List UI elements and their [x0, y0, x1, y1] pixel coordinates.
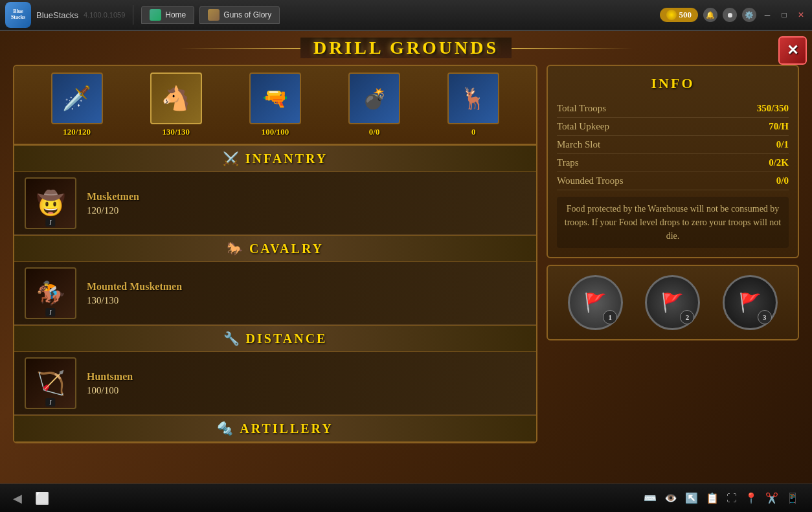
- taskbar-icons: 🔔 ⏺ ⚙️ ─ □ ✕: [703, 8, 807, 22]
- minimize-btn[interactable]: ─: [761, 9, 773, 21]
- traps-value: 0/2K: [769, 157, 789, 168]
- flag-badge-1[interactable]: 🚩 1: [568, 275, 623, 330]
- march-slot-row: March Slot 0/1: [557, 136, 789, 154]
- settings-icon[interactable]: ⚙️: [742, 8, 756, 22]
- troop-icon-cavalry[interactable]: 🐴 130/130: [150, 72, 202, 137]
- distance-label: DISTANCE: [246, 331, 328, 346]
- right-panel: INFO Total Troops 350/350 Total Upkeep 7…: [547, 65, 799, 443]
- mounted-name: Mounted Musketmen: [87, 281, 182, 293]
- taskbar-bottom-left: ◀ ⬜: [13, 491, 49, 506]
- march-slot-label: March Slot: [557, 139, 600, 150]
- musketmen-name: Musketmen: [87, 191, 139, 203]
- scissors-icon[interactable]: ✂️: [765, 492, 778, 504]
- traps-row: Traps 0/2K: [557, 154, 789, 172]
- page-title: DRILL GROUNDS: [300, 38, 512, 58]
- bluestacks-logo: BlueStacks: [5, 2, 31, 28]
- copy-icon[interactable]: 📋: [706, 492, 719, 504]
- march-slot-value: 0/1: [776, 139, 789, 150]
- distance-icon: 🔧: [223, 331, 240, 346]
- cannon-frame: 💣: [348, 72, 400, 124]
- info-box: INFO Total Troops 350/350 Total Upkeep 7…: [547, 65, 799, 258]
- cavalry-count: 130/130: [162, 127, 190, 137]
- troop-icon-antler[interactable]: 🦌 0: [447, 72, 499, 137]
- antler-frame: 🦌: [447, 72, 499, 124]
- mounted-level: I: [45, 308, 55, 317]
- cavalry-section-icon: 🐎: [227, 241, 243, 256]
- taskbar: BlueStacks BlueStacks 4.100.0.1059 Home …: [0, 0, 812, 31]
- troop-icon-musket[interactable]: 🔫 100/100: [249, 72, 301, 137]
- flag-icon-2: 🚩: [661, 292, 684, 313]
- food-warning-text: Food protected by the Warehouse will not…: [557, 197, 789, 248]
- mounted-img: 🏇: [36, 280, 65, 307]
- maximize-btn[interactable]: □: [778, 9, 790, 21]
- fullscreen-icon[interactable]: ⛶: [727, 493, 737, 504]
- huntsmen-count: 100/100: [87, 385, 133, 396]
- mounted-count: 130/130: [87, 295, 182, 306]
- taskbar-bottom: ◀ ⬜ ⌨️ 👁️ ↖️ 📋 ⛶ 📍 ✂️ 📱: [0, 484, 812, 512]
- mounted-portrait: 🏇 I: [25, 267, 76, 319]
- flags-box: 🚩 1 🚩 2 🚩 3: [547, 265, 799, 340]
- troop-icon-cannon[interactable]: 💣 0/0: [348, 72, 400, 137]
- taskbar-bottom-right: ⌨️ 👁️ ↖️ 📋 ⛶ 📍 ✂️ 📱: [644, 492, 799, 504]
- title-banner: DRILL GROUNDS: [179, 38, 633, 58]
- flag-number-3: 3: [758, 310, 772, 324]
- flag-icon-1: 🚩: [584, 292, 607, 313]
- eye-icon[interactable]: 👁️: [664, 492, 677, 504]
- back-icon[interactable]: ◀: [13, 491, 22, 506]
- troop-huntsmen-row[interactable]: 🏹 I Huntsmen 100/100: [14, 352, 536, 415]
- troop-musketmen-row[interactable]: 🤠 I Musketmen 120/120: [14, 172, 536, 235]
- flag-badge-2[interactable]: 🚩 2: [645, 275, 700, 330]
- app-name: BlueStacks: [36, 10, 78, 20]
- distance-header[interactable]: 🔧 DISTANCE: [14, 325, 536, 352]
- close-btn-taskbar[interactable]: ✕: [795, 9, 807, 21]
- musket-frame: 🔫: [249, 72, 301, 124]
- coins-value: 500: [679, 10, 692, 20]
- close-button[interactable]: ✕: [778, 36, 807, 65]
- infantry-header[interactable]: ⚔️ INFANTRY: [14, 145, 536, 172]
- troop-icon-spear[interactable]: 🗡️ 120/120: [51, 72, 103, 137]
- wounded-troops-value: 0/0: [776, 175, 789, 186]
- keyboard-icon[interactable]: ⌨️: [644, 492, 657, 504]
- notification-icon[interactable]: 🔔: [703, 8, 717, 22]
- wounded-troops-row: Wounded Troops 0/0: [557, 172, 789, 190]
- game-tab[interactable]: Guns of Glory: [199, 6, 280, 24]
- home-tab[interactable]: Home: [141, 6, 194, 24]
- total-upkeep-row: Total Upkeep 70/H: [557, 118, 789, 136]
- artillery-header[interactable]: 🔩 ARTILLERY: [14, 415, 536, 442]
- cursor-icon[interactable]: ↖️: [685, 492, 698, 504]
- artillery-label: ARTILLERY: [240, 421, 333, 436]
- musketmen-img: 🤠: [36, 190, 65, 217]
- musketmen-portrait: 🤠 I: [25, 177, 76, 229]
- musketmen-count: 120/120: [87, 205, 139, 216]
- cannon-count: 0/0: [369, 127, 380, 137]
- musket-count: 100/100: [262, 127, 289, 137]
- info-title: INFO: [557, 75, 789, 92]
- flag-number-1: 1: [603, 310, 617, 324]
- mounted-info: Mounted Musketmen 130/130: [87, 281, 182, 306]
- infantry-label: INFANTRY: [245, 151, 328, 166]
- musketmen-info: Musketmen 120/120: [87, 191, 139, 216]
- spear-frame: 🗡️: [51, 72, 103, 124]
- flag-badge-3[interactable]: 🚩 3: [723, 275, 778, 330]
- coins-display: 500: [660, 8, 699, 22]
- game-icon: [208, 9, 220, 21]
- troop-icons-row: 🗡️ 120/120 🐴 130/130 🔫 100/100: [14, 66, 536, 145]
- game-area: DRILL GROUNDS 🗡️ 120/120 🐴 13: [0, 31, 812, 512]
- cavalry-frame: 🐴: [150, 72, 202, 124]
- cavalry-header[interactable]: 🐎 CAVALRY: [14, 235, 536, 262]
- infantry-icon: ⚔️: [223, 151, 239, 166]
- spear-count: 120/120: [63, 127, 91, 137]
- total-troops-value: 350/350: [757, 103, 789, 114]
- total-upkeep-value: 70/H: [769, 121, 789, 132]
- left-panel: 🗡️ 120/120 🐴 130/130 🔫 100/100: [13, 65, 537, 443]
- content-row: 🗡️ 120/120 🐴 130/130 🔫 100/100: [13, 65, 799, 443]
- app-version: 4.100.0.1059: [84, 11, 125, 19]
- square-icon[interactable]: ⬜: [35, 491, 49, 506]
- troop-mounted-row[interactable]: 🏇 I Mounted Musketmen 130/130: [14, 262, 536, 325]
- antler-count: 0: [471, 127, 476, 137]
- home-icon: [150, 9, 161, 21]
- location-icon[interactable]: 📍: [745, 492, 758, 504]
- phone-icon[interactable]: 📱: [786, 492, 799, 504]
- wounded-troops-label: Wounded Troops: [557, 175, 624, 186]
- record-icon[interactable]: ⏺: [723, 8, 737, 22]
